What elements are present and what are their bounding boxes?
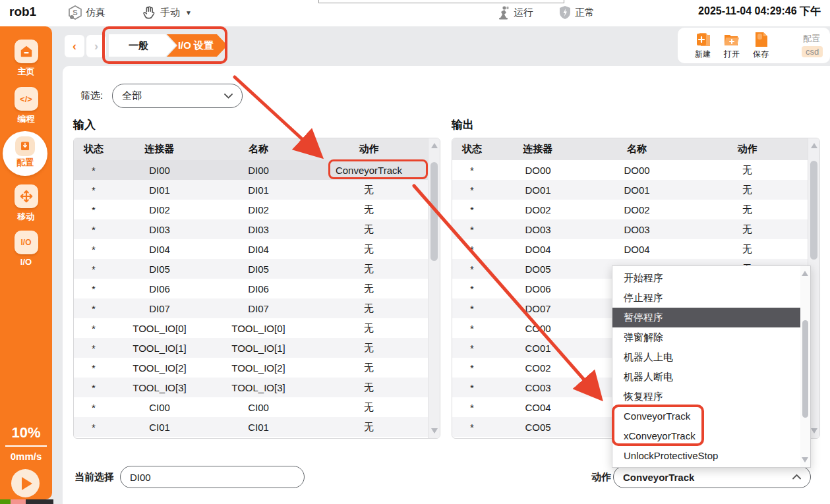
menu-item[interactable]: 机器人断电 (612, 367, 800, 387)
cell-status: * (452, 362, 492, 374)
scroll-down-icon[interactable] (431, 428, 438, 434)
play-button[interactable] (11, 469, 40, 497)
run-indicator[interactable]: 运行 (496, 5, 533, 20)
code-icon: </> (15, 87, 38, 111)
menu-item[interactable]: 开始程序 (612, 268, 800, 288)
table-row[interactable]: *DI06DI06无 (74, 279, 440, 298)
table-row[interactable]: *CI01CI01无 (74, 417, 440, 437)
nav-forward-button[interactable]: › (86, 35, 106, 57)
safety-status[interactable]: 正常 (559, 5, 595, 20)
save-button[interactable]: 保存 (748, 31, 774, 60)
cell-connector: DO05 (492, 264, 584, 275)
input-table-header: 状态 连接器 名称 动作 (74, 138, 440, 160)
nav-back-button[interactable]: ‹ (65, 35, 84, 57)
scrollbar-thumb[interactable] (802, 320, 808, 418)
table-row[interactable]: *DI00DI00ConveyorTrack (74, 160, 440, 180)
table-row[interactable]: *TOOL_IO[1]TOOL_IO[1]无 (74, 338, 440, 358)
cell-status: * (452, 165, 492, 176)
sidebar-item-label: 移动 (0, 211, 52, 223)
cell-name: DI00 (206, 165, 311, 176)
svg-text:S: S (73, 9, 77, 16)
cell-connector: DO06 (492, 283, 584, 294)
run-label: 运行 (514, 7, 533, 19)
simulation-icon: S (69, 5, 82, 20)
hand-icon (142, 5, 156, 20)
taskbar-strip-pink (11, 499, 26, 504)
cell-name: TOOL_IO[3] (206, 382, 311, 393)
cell-status: * (74, 264, 113, 275)
input-table-scrollbar[interactable] (428, 138, 440, 438)
simulation-indicator[interactable]: S 仿真 (69, 5, 105, 20)
cell-name: CI00 (206, 402, 311, 413)
simulation-label: 仿真 (86, 7, 105, 19)
menu-item[interactable]: ConveyorTrack (612, 406, 800, 426)
scroll-down-icon[interactable] (811, 428, 817, 434)
cell-action: 无 (311, 223, 427, 236)
menu-item[interactable]: 机器人上电 (612, 347, 800, 367)
new-button[interactable]: 新建 (690, 31, 716, 60)
menu-item[interactable]: UnlockProtectiveStop (612, 446, 800, 466)
scroll-down-icon[interactable] (802, 457, 808, 462)
table-row[interactable]: *TOOL_IO[0]TOOL_IO[0]无 (74, 318, 440, 338)
table-row[interactable]: *DO01DO01无 (452, 180, 819, 200)
cell-connector: DI00 (113, 165, 206, 176)
table-row[interactable]: *DO02DO02无 (452, 200, 819, 219)
config-file-label: 配置 (803, 33, 820, 45)
sidebar-item-config[interactable]: 配置 (3, 131, 47, 176)
table-row[interactable]: *TOOL_IO[2]TOOL_IO[2]无 (74, 358, 440, 378)
cell-status: * (74, 165, 113, 176)
menu-item[interactable]: xConveyorTrack (612, 426, 800, 446)
cell-action: 无 (311, 263, 427, 275)
cell-status: * (452, 264, 492, 275)
menu-scrollbar[interactable] (800, 266, 810, 467)
scroll-up-icon[interactable] (811, 143, 817, 148)
open-button[interactable]: 打开 (719, 31, 745, 60)
action-select[interactable]: ConveyorTrack (613, 466, 811, 488)
cell-status: * (452, 402, 492, 413)
speed-value: 0mm/s (0, 451, 52, 462)
cell-name: TOOL_IO[1] (206, 343, 311, 354)
input-table: 状态 连接器 名称 动作 *DI00DI00ConveyorTrack*DI01… (73, 138, 440, 439)
table-row[interactable]: *DI04DI04无 (74, 239, 440, 259)
menu-item[interactable]: 弹窗解除 (612, 327, 800, 347)
home-icon (15, 40, 38, 63)
input-section-title: 输入 (73, 117, 96, 132)
table-row[interactable]: *DI01DI01无 (74, 180, 440, 200)
scroll-up-icon[interactable] (802, 271, 808, 276)
cell-action: 无 (690, 204, 805, 216)
scrollbar-thumb[interactable] (430, 162, 438, 261)
scroll-up-icon[interactable] (431, 143, 438, 148)
table-row[interactable]: *DO00DO00无 (452, 160, 819, 180)
table-row[interactable]: *DI02DI02无 (74, 200, 440, 219)
filter-select[interactable]: 全部 (112, 84, 243, 108)
cell-connector: DO00 (492, 165, 584, 176)
tab-general[interactable]: 一般 (109, 34, 176, 57)
mode-selector[interactable]: 手动 ▼ (142, 5, 192, 20)
menu-item[interactable]: 暂停程序 (612, 308, 800, 327)
sidebar-item-move[interactable]: 移动 (0, 184, 52, 223)
cell-connector: DO07 (492, 303, 584, 314)
table-row[interactable]: *TOOL_IO[3]TOOL_IO[3]无 (74, 378, 440, 397)
table-row[interactable]: *CI00CI00无 (74, 397, 440, 417)
sidebar-item-program[interactable]: </> 编程 (0, 87, 52, 125)
table-row[interactable]: *DO04DO04无 (452, 239, 819, 259)
speed-percent[interactable]: 10% (0, 424, 52, 441)
sidebar-item-home[interactable]: 主页 (0, 40, 52, 78)
cell-name: TOOL_IO[0] (206, 323, 311, 334)
sidebar-item-label: 配置 (3, 157, 47, 169)
config-file-badge[interactable]: csd (802, 46, 823, 57)
scrollbar-thumb[interactable] (810, 161, 817, 260)
table-row[interactable]: *DI05DI05无 (74, 259, 440, 279)
table-row[interactable]: *DI07DI07无 (74, 298, 440, 318)
cell-status: * (74, 362, 113, 374)
clock: 2025-11-04 04:29:46 下午 (698, 5, 821, 18)
sidebar-item-io[interactable]: I/O I/O (0, 231, 52, 267)
menu-item[interactable]: 停止程序 (612, 288, 800, 308)
cell-status: * (74, 422, 113, 433)
table-row[interactable]: *DI03DI03无 (74, 219, 440, 239)
menu-item[interactable]: 恢复程序 (612, 387, 800, 406)
cell-status: * (74, 323, 113, 334)
cell-status: * (74, 343, 113, 354)
current-selection-field[interactable]: DI00 (120, 466, 305, 488)
table-row[interactable]: *DO03DO03无 (452, 219, 819, 239)
